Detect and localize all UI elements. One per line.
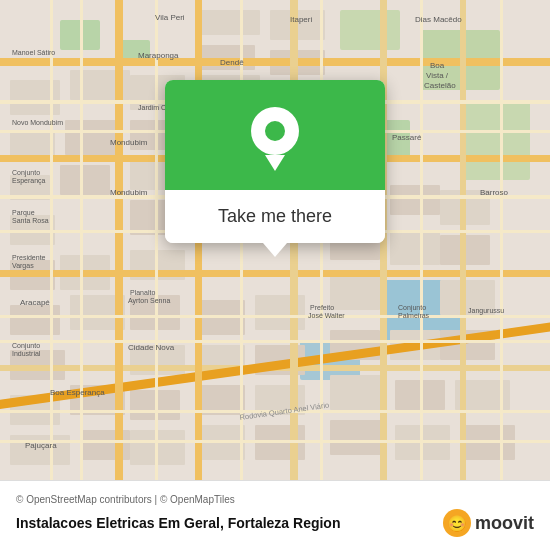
popup-tail-triangle	[263, 243, 287, 257]
svg-text:Jangurussu: Jangurussu	[468, 307, 504, 315]
svg-text:Aracapé: Aracapé	[20, 298, 50, 307]
svg-text:Planalto: Planalto	[130, 289, 155, 296]
svg-text:Palmeiras: Palmeiras	[398, 312, 430, 319]
svg-text:Conjunto: Conjunto	[12, 169, 40, 177]
location-popup: Take me there	[165, 80, 385, 257]
pin-tail	[265, 155, 285, 171]
svg-rect-43	[390, 185, 440, 215]
svg-text:José Walter: José Walter	[308, 312, 345, 319]
svg-rect-84	[80, 0, 83, 480]
svg-text:Ayrton Senna: Ayrton Senna	[128, 297, 170, 305]
take-me-there-button[interactable]: Take me there	[165, 190, 385, 243]
svg-text:Prefeito: Prefeito	[310, 304, 334, 311]
svg-text:Vargas: Vargas	[12, 262, 34, 270]
svg-rect-74	[460, 0, 466, 480]
svg-text:Barroso: Barroso	[480, 188, 509, 197]
map-container: Vila Peri Maraponga Dendê Itaperi Dias M…	[0, 0, 550, 480]
place-name: Instalacoes Eletricas Em Geral, Fortalez…	[16, 515, 340, 531]
svg-text:Boa Esperança: Boa Esperança	[50, 388, 105, 397]
svg-text:Manoel Sátiro: Manoel Sátiro	[12, 49, 55, 56]
svg-rect-14	[60, 165, 110, 195]
svg-rect-48	[330, 275, 380, 310]
svg-text:Maraponga: Maraponga	[138, 51, 179, 60]
svg-rect-6	[460, 100, 530, 180]
svg-text:Vista /: Vista /	[426, 71, 449, 80]
svg-rect-56	[330, 420, 385, 455]
svg-text:Mondubim: Mondubim	[110, 138, 148, 147]
svg-text:Boa: Boa	[430, 61, 445, 70]
svg-text:Passaré: Passaré	[392, 133, 422, 142]
popup-header	[165, 80, 385, 190]
svg-rect-23	[10, 435, 70, 465]
attribution-text: © OpenStreetMap contributors | © OpenMap…	[16, 494, 534, 505]
svg-text:Mondubim: Mondubim	[110, 188, 148, 197]
svg-rect-85	[155, 0, 158, 480]
moovit-logo: 😊 moovit	[443, 509, 534, 537]
svg-text:Presidente: Presidente	[12, 254, 46, 261]
svg-text:Cidade Nova: Cidade Nova	[128, 343, 175, 352]
moovit-face-icon: 😊	[447, 514, 467, 533]
svg-text:Castelão: Castelão	[424, 81, 456, 90]
svg-text:Vila Peri: Vila Peri	[155, 13, 185, 22]
svg-text:Parque: Parque	[12, 209, 35, 217]
svg-text:Dias Macêdo: Dias Macêdo	[415, 15, 462, 24]
pin-outer-circle	[251, 107, 299, 155]
svg-text:Industrial: Industrial	[12, 350, 41, 357]
svg-text:Novo Mondubim: Novo Mondubim	[12, 119, 63, 126]
place-info: Instalacoes Eletricas Em Geral, Fortalez…	[16, 509, 534, 537]
svg-rect-3	[340, 10, 400, 50]
svg-text:Dendê: Dendê	[220, 58, 244, 67]
pin-inner-circle	[265, 121, 285, 141]
svg-text:Esperança: Esperança	[12, 177, 46, 185]
moovit-text: moovit	[475, 513, 534, 534]
svg-rect-46	[390, 230, 440, 265]
svg-rect-59	[200, 10, 260, 35]
svg-text:Itaperi: Itaperi	[290, 15, 312, 24]
popup-box: Take me there	[165, 80, 385, 243]
svg-text:Pajuçara: Pajuçara	[25, 441, 57, 450]
svg-rect-89	[500, 0, 503, 480]
svg-rect-88	[420, 0, 423, 480]
svg-text:Santa Rosa: Santa Rosa	[12, 217, 49, 224]
moovit-icon: 😊	[443, 509, 471, 537]
svg-rect-53	[330, 375, 385, 410]
svg-rect-70	[115, 0, 123, 480]
svg-text:Conjunto: Conjunto	[12, 342, 40, 350]
svg-text:Conjunto: Conjunto	[398, 304, 426, 312]
location-pin	[251, 107, 299, 163]
svg-rect-83	[50, 0, 53, 480]
footer: © OpenStreetMap contributors | © OpenMap…	[0, 480, 550, 550]
